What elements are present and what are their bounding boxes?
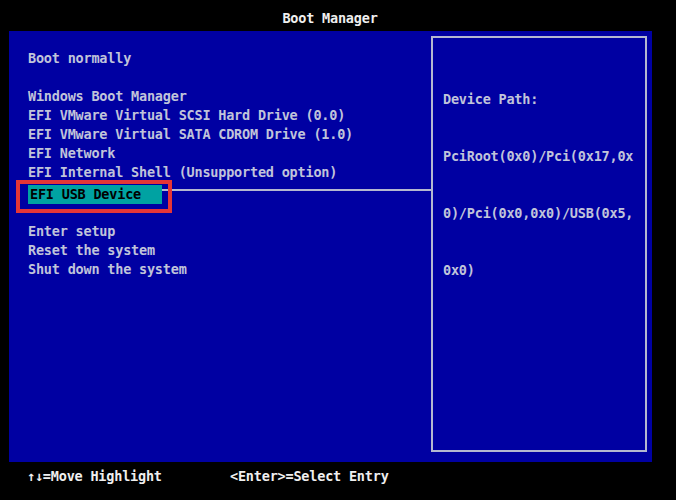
- menu-item-efi-sata-cdrom-drive[interactable]: EFI VMware Virtual SATA CDROM Drive (1.0…: [28, 125, 353, 144]
- menu-item-windows-boot-manager[interactable]: Windows Boot Manager: [28, 87, 187, 106]
- device-path-text: Device Path: PciRoot(0x0)/Pci(0x17,0x 0)…: [443, 52, 633, 318]
- boot-manager-screen: Boot Manager Boot normally Windows Boot …: [0, 0, 676, 500]
- selection-connector-line: [161, 189, 431, 191]
- help-bar: ↑↓=Move Highlight <Enter>=Select Entry: [0, 467, 676, 486]
- device-path-line: 0)/Pci(0x0,0x0)/USB(0x5,: [443, 204, 633, 223]
- device-path-line: 0x0): [443, 261, 633, 280]
- device-path-label: Device Path:: [443, 90, 633, 109]
- move-highlight-hint: ↑↓=Move Highlight: [27, 467, 162, 486]
- menu-item-shutdown-system[interactable]: Shut down the system: [28, 260, 187, 279]
- annotation-red-box: [16, 180, 172, 213]
- device-path-panel: Device Path: PciRoot(0x0)/Pci(0x17,0x 0)…: [431, 36, 647, 452]
- menu-item-boot-normally[interactable]: Boot normally: [28, 49, 131, 68]
- menu-item-reset-system[interactable]: Reset the system: [28, 241, 155, 260]
- menu-item-efi-scsi-hard-drive[interactable]: EFI VMware Virtual SCSI Hard Drive (0.0): [28, 106, 345, 125]
- menu-item-efi-network[interactable]: EFI Network: [28, 144, 115, 163]
- main-panel: Boot normally Windows Boot Manager EFI V…: [9, 31, 652, 462]
- menu-item-enter-setup[interactable]: Enter setup: [28, 222, 115, 241]
- device-path-line: PciRoot(0x0)/Pci(0x17,0x: [443, 147, 633, 166]
- page-title: Boot Manager: [0, 9, 660, 28]
- select-entry-hint: <Enter>=Select Entry: [230, 467, 389, 486]
